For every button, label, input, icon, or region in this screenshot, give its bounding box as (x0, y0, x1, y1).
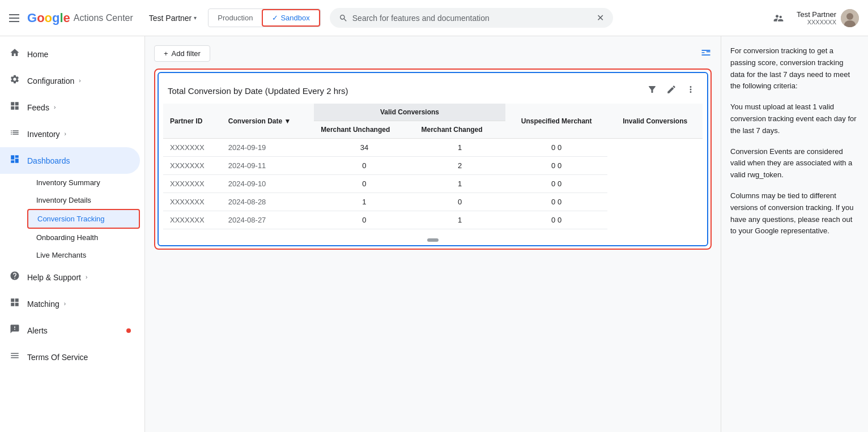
cell-unspecified: 0 0 (505, 139, 608, 157)
chart-card-inner: Total Conversion by Date (Updated Every … (158, 72, 708, 246)
sidebar-item-live-merchants[interactable]: Live Merchants (27, 246, 140, 264)
info-paragraph: For conversion tracking to get a passing… (730, 45, 859, 92)
sidebar-label-feeds: Feeds (27, 103, 49, 112)
sidebar-item-configuration[interactable]: Configuration › (0, 67, 140, 94)
sidebar-item-home[interactable]: Home (0, 41, 140, 67)
cell-partner-id: XXXXXXX (163, 175, 222, 193)
table-row: XXXXXXX 2024-09-10 0 1 0 0 0 (163, 175, 703, 193)
info-paragraph: Conversion Events are considered valid w… (730, 146, 859, 181)
col-partner-id: Partner ID (163, 104, 222, 139)
sidebar: Home Configuration › Feeds › Inventory › (0, 36, 145, 432)
chart-title: Total Conversion by Date (Updated Every … (168, 86, 348, 96)
sidebar-item-alerts[interactable]: Alerts (0, 317, 140, 344)
feeds-expand-icon: › (54, 104, 56, 110)
user-profile[interactable]: Test Partner XXXXXXX (797, 9, 859, 27)
search-bar[interactable]: ✕ (330, 8, 613, 28)
partner-selector[interactable]: Test Partner ▾ (142, 10, 203, 26)
sidebar-label-inventory-summary: Inventory Summary (36, 178, 100, 187)
cell-partner-id: XXXXXXX (163, 211, 222, 229)
sidebar-label-onboarding-health: Onboarding Health (36, 233, 98, 242)
page-toolbar: + Add filter (154, 45, 712, 62)
main-area: + Add filter Total Conversion by Date (U… (145, 36, 868, 432)
sidebar-label-help-support: Help & Support (27, 273, 81, 282)
sidebar-item-dashboards[interactable]: Dashboards (0, 147, 140, 174)
configuration-icon (9, 74, 20, 87)
info-panel: For conversion tracking to get a passing… (721, 36, 868, 432)
cell-unspecified: 0 0 (505, 193, 608, 211)
chart-header: Total Conversion by Date (Updated Every … (159, 73, 707, 104)
table-row: XXXXXXX 2024-08-27 0 1 0 0 0 (163, 211, 703, 229)
cell-merchant-changed: 1 (415, 211, 505, 229)
chart-filter-icon[interactable] (645, 82, 659, 99)
sidebar-item-conversion-tracking[interactable]: Conversion Tracking (27, 209, 140, 229)
chart-edit-icon[interactable] (664, 82, 679, 99)
sandbox-button[interactable]: ✓ Sandbox (262, 9, 320, 27)
sidebar-item-matching[interactable]: Matching › (0, 290, 140, 317)
configuration-expand-icon: › (79, 78, 80, 84)
info-paragraph: Columns may be tied to different version… (730, 190, 859, 237)
filter-plus-icon: + (164, 49, 168, 58)
user-name: Test Partner (797, 10, 836, 19)
table-row: XXXXXXX 2024-09-19 34 1 0 0 0 (163, 139, 703, 157)
info-content: For conversion tracking to get a passing… (730, 45, 859, 237)
inventory-icon (9, 127, 20, 140)
chart-more-icon[interactable] (683, 82, 698, 99)
matching-icon (9, 297, 20, 310)
info-paragraph: You must upload at least 1 valid convers… (730, 101, 859, 136)
topbar-right: Test Partner XXXXXXX (767, 7, 859, 29)
sidebar-item-feeds[interactable]: Feeds › (0, 94, 140, 121)
matching-expand-icon: › (64, 301, 66, 307)
search-clear-icon[interactable]: ✕ (597, 12, 604, 23)
conversion-table: Partner ID Conversion Date ▼ Valid Conve… (163, 104, 703, 229)
manage-accounts-icon (773, 12, 784, 24)
feeds-icon (9, 101, 20, 114)
dashboards-icon (9, 154, 20, 167)
sidebar-label-alerts: Alerts (27, 326, 48, 335)
sidebar-label-live-merchants: Live Merchants (36, 251, 86, 259)
cell-date: 2024-08-27 (222, 211, 314, 229)
sidebar-item-help-support[interactable]: Help & Support › (0, 264, 140, 290)
svg-point-1 (846, 13, 853, 20)
alerts-icon (9, 324, 20, 337)
production-button[interactable]: Production (209, 10, 262, 25)
sidebar-item-onboarding-health[interactable]: Onboarding Health (27, 229, 140, 246)
sidebar-item-inventory-summary[interactable]: Inventory Summary (27, 174, 140, 191)
help-icon (9, 271, 20, 284)
sidebar-label-configuration: Configuration (27, 76, 74, 85)
cell-partner-id: XXXXXXX (163, 193, 222, 211)
app-name: Actions Center (74, 13, 133, 23)
sidebar-label-terms: Terms Of Service (27, 353, 88, 362)
resize-handle[interactable] (427, 238, 439, 242)
cell-merchant-changed: 1 (415, 175, 505, 193)
menu-icon[interactable] (9, 11, 23, 25)
terms-icon (9, 350, 20, 363)
check-icon: ✓ (272, 14, 278, 22)
cell-merchant-unchanged: 0 (314, 211, 414, 229)
dashboards-submenu: Inventory Summary Inventory Details Conv… (0, 174, 144, 264)
cell-merchant-unchanged: 0 (314, 157, 414, 175)
col-conversion-date: Conversion Date ▼ (222, 104, 314, 139)
col-merchant-changed: Merchant Changed (415, 121, 505, 139)
sidebar-item-terms[interactable]: Terms Of Service (0, 344, 140, 370)
view-options-icon[interactable] (700, 47, 712, 60)
cell-unspecified: 0 0 (505, 157, 608, 175)
manage-accounts-button[interactable] (767, 7, 790, 29)
sidebar-label-dashboards: Dashboards (27, 156, 70, 165)
app-layout: Home Configuration › Feeds › Inventory › (0, 36, 868, 432)
partner-chevron-icon: ▾ (194, 15, 197, 21)
table-row: XXXXXXX 2024-08-28 1 0 0 0 0 (163, 193, 703, 211)
chart-actions (645, 82, 698, 99)
cell-date: 2024-08-28 (222, 193, 314, 211)
cell-merchant-unchanged: 1 (314, 193, 414, 211)
col-invalid: Invalid Conversions (607, 104, 703, 139)
table-row: XXXXXXX 2024-09-11 0 2 0 0 0 (163, 157, 703, 175)
add-filter-button[interactable]: + Add filter (154, 45, 210, 62)
sidebar-item-inventory-details[interactable]: Inventory Details (27, 191, 140, 209)
chart-table-wrapper: Partner ID Conversion Date ▼ Valid Conve… (159, 104, 707, 238)
user-id: XXXXXXX (797, 19, 836, 25)
search-input[interactable] (352, 14, 592, 23)
cell-merchant-unchanged: 0 (314, 175, 414, 193)
sidebar-item-inventory[interactable]: Inventory › (0, 121, 140, 147)
col-merchant-unchanged: Merchant Unchanged (314, 121, 414, 139)
conversion-chart-card: Total Conversion by Date (Updated Every … (154, 69, 712, 250)
